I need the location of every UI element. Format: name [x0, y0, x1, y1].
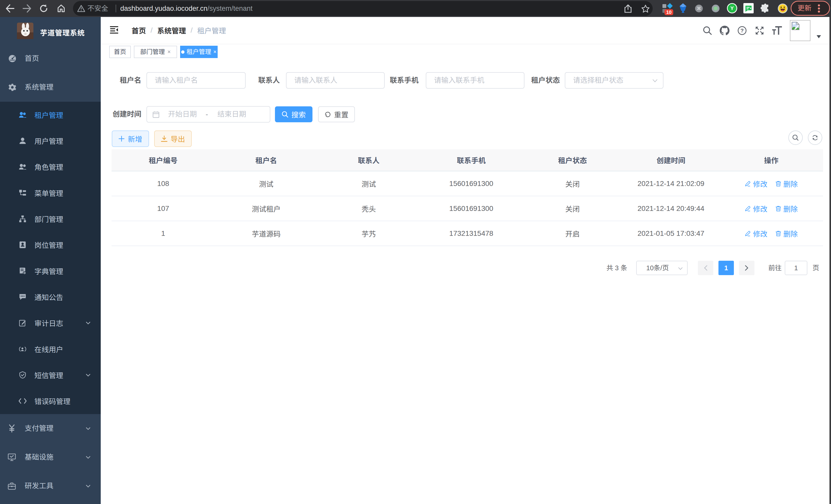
svg-text:Y: Y: [730, 5, 734, 11]
svg-text:?: ?: [741, 28, 744, 33]
svg-text:⌘: ⌘: [697, 6, 701, 11]
